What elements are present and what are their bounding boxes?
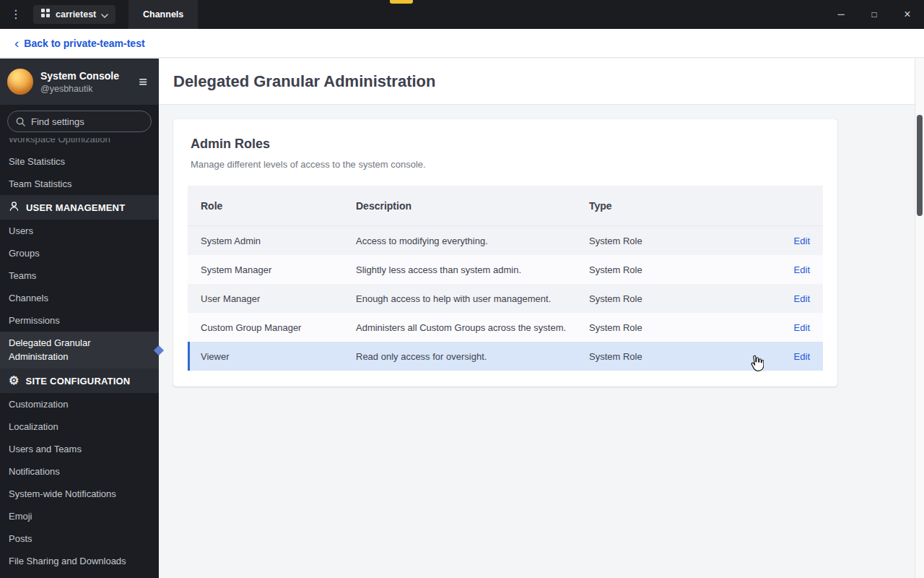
screen-share-indicator — [390, 0, 413, 4]
table-row-highlighted: Viewer Read only access for oversight. S… — [188, 342, 823, 371]
description-cell: Access to modifying everything. — [356, 236, 589, 246]
sidebar-item-workspace-optimization[interactable]: Workspace Optimization — [0, 138, 159, 150]
sidebar-item-users-and-teams[interactable]: Users and Teams — [0, 438, 159, 460]
column-header-role: Role — [188, 200, 356, 212]
app-menu-icon[interactable]: ⋮ — [10, 0, 22, 29]
minimize-button[interactable]: ─ — [824, 0, 858, 29]
sidebar-item-localization[interactable]: Localization — [0, 415, 159, 438]
server-selector[interactable]: carrietest — [33, 5, 116, 24]
type-cell: System Role — [589, 293, 744, 304]
description-cell: Slightly less access than system admin. — [356, 264, 589, 275]
search-icon — [15, 116, 26, 130]
users-icon — [9, 201, 19, 214]
system-console-sidebar: System Console @yesbhautik ≡ Workspace O… — [0, 59, 159, 578]
edit-link[interactable]: Edit — [794, 351, 810, 362]
type-cell: System Role — [589, 264, 744, 275]
find-settings-input[interactable] — [7, 111, 152, 132]
type-cell: System Role — [589, 351, 744, 362]
avatar — [7, 69, 33, 95]
maximize-button[interactable]: □ — [858, 0, 891, 29]
type-cell: System Role — [589, 236, 744, 246]
sidebar-item-posts[interactable]: Posts — [0, 527, 159, 550]
sidebar-header: System Console @yesbhautik ≡ — [0, 59, 159, 105]
sidebar-item-team-statistics[interactable]: Team Statistics — [0, 173, 159, 195]
chevron-down-icon — [101, 8, 108, 21]
role-cell: Custom Group Manager — [188, 322, 356, 333]
sidebar-item-channels[interactable]: Channels — [0, 287, 159, 309]
sidebar-item-label: Delegated Granular Administration — [9, 337, 90, 362]
description-cell: Enough access to help with user manageme… — [356, 293, 589, 304]
server-grid-icon — [40, 8, 51, 21]
section-header-label: SITE CONFIGURATION — [26, 376, 131, 387]
page-header: Delegated Granular Administration — [159, 59, 924, 105]
back-chevron-icon: ‹ — [14, 36, 19, 50]
table-header-row: Role Description Type — [188, 186, 823, 226]
hamburger-menu-icon[interactable]: ≡ — [139, 74, 147, 90]
sidebar-search — [0, 105, 159, 138]
role-cell: User Manager — [188, 293, 356, 304]
column-header-type: Type — [589, 200, 744, 212]
sidebar-item-file-sharing-and-downloads[interactable]: File Sharing and Downloads — [0, 550, 159, 572]
table-row: User Manager Enough access to help with … — [188, 284, 823, 313]
role-cell: System Admin — [188, 236, 356, 246]
console-title: System Console — [40, 70, 119, 82]
sidebar-nav: Workspace Optimization Site Statistics T… — [0, 138, 159, 578]
description-cell: Read only access for oversight. — [356, 351, 589, 362]
sidebar-item-notifications[interactable]: Notifications — [0, 460, 159, 483]
sidebar-item-groups[interactable]: Groups — [0, 242, 159, 264]
sidebar-item-customization[interactable]: Customization — [0, 393, 159, 415]
sidebar-item-delegated-granular-administration[interactable]: Delegated Granular Administration — [0, 332, 159, 368]
scrollbar-thumb[interactable] — [917, 115, 923, 216]
sidebar-item-users[interactable]: Users — [0, 220, 159, 242]
back-to-team-link[interactable]: ‹ Back to private-team-test — [14, 29, 145, 58]
edit-link[interactable]: Edit — [794, 293, 810, 304]
close-button[interactable]: × — [891, 0, 924, 29]
page-content: Admin Roles Manage different levels of a… — [159, 105, 924, 578]
table-row: System Admin Access to modifying everyth… — [188, 226, 823, 255]
server-name: carrietest — [56, 9, 96, 20]
description-cell: Administers all Custom Groups across the… — [356, 322, 589, 333]
sidebar-item-system-wide-notifications[interactable]: System-wide Notifications — [0, 483, 159, 505]
console-username: @yesbhautik — [40, 84, 119, 94]
type-cell: System Role — [589, 322, 744, 333]
edit-link[interactable]: Edit — [794, 236, 810, 246]
role-cell: System Manager — [188, 264, 356, 275]
section-header-site-configuration: ⚙ SITE CONFIGURATION — [0, 368, 159, 393]
back-bar: ‹ Back to private-team-test — [0, 29, 924, 58]
role-cell: Viewer — [188, 351, 356, 362]
sidebar-item-emoji[interactable]: Emoji — [0, 505, 159, 527]
column-header-description: Description — [356, 200, 589, 212]
admin-roles-card: Admin Roles Manage different levels of a… — [173, 119, 837, 387]
edit-link[interactable]: Edit — [794, 322, 810, 333]
card-title: Admin Roles — [191, 137, 820, 152]
tab-channels[interactable]: Channels — [128, 0, 198, 29]
sidebar-item-permissions[interactable]: Permissions — [0, 309, 159, 332]
page-title: Delegated Granular Administration — [173, 59, 435, 105]
admin-roles-table: Role Description Type System Admin Acces… — [188, 186, 823, 371]
titlebar: ⋮ carrietest Channels ─ □ × — [0, 0, 924, 29]
sidebar-item-site-statistics[interactable]: Site Statistics — [0, 150, 159, 173]
section-header-label: USER MANAGEMENT — [26, 202, 125, 213]
gear-icon: ⚙ — [9, 375, 19, 387]
section-header-user-management: USER MANAGEMENT — [0, 195, 159, 220]
table-row: System Manager Slightly less access than… — [188, 255, 823, 284]
card-subtitle: Manage different levels of access to the… — [191, 159, 820, 170]
back-link-label: Back to private-team-test — [24, 38, 144, 49]
sidebar-item-teams[interactable]: Teams — [0, 264, 159, 287]
edit-link[interactable]: Edit — [794, 264, 810, 275]
vertical-scrollbar[interactable] — [915, 59, 924, 578]
table-row: Custom Group Manager Administers all Cus… — [188, 313, 823, 342]
